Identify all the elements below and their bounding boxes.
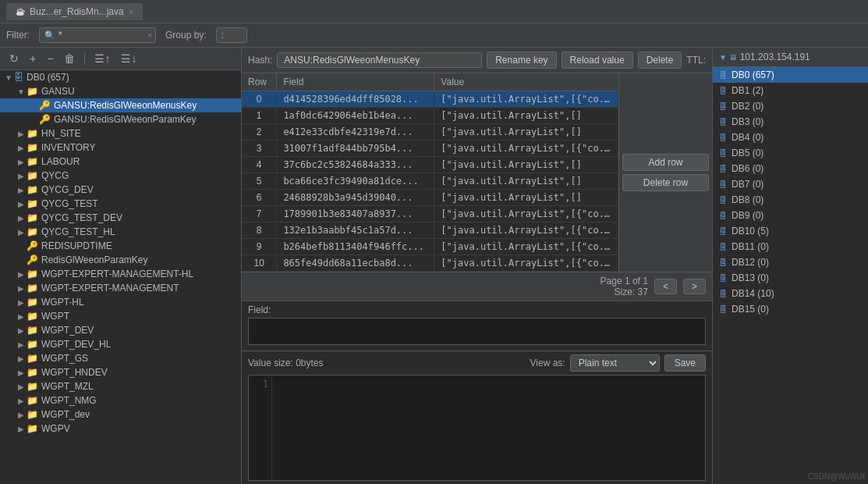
page-size: Size: 37: [601, 286, 648, 297]
tree-item-qycg-test-dev[interactable]: ▶ 📁 QYCG_TEST_DEV: [0, 211, 241, 225]
db-list-item-db5[interactable]: 🗄 DB5 (0): [713, 145, 868, 161]
table-row[interactable]: 6 24688928b3a945d39040... ["java.util.Ar…: [242, 190, 618, 206]
tree-item-label: GANSU: [41, 86, 75, 97]
tree-item-qycg-test-hl[interactable]: ▶ 📁 QYCG_TEST_HL: [0, 225, 241, 239]
table-row[interactable]: 1 1af0dc6429064eb1b4ea... ["java.util.Ar…: [242, 108, 618, 124]
tree-item-gansu[interactable]: ▼ 📁 GANSU: [0, 84, 241, 98]
table-row[interactable]: 7 1789901b3e83407a8937... ["java.util.Ar…: [242, 206, 618, 222]
tree-item-wgpt-expert-mgmt[interactable]: ▶ 📁 WGPT-EXPERT-MANAGEMENT: [0, 281, 241, 295]
db-list-item-db6[interactable]: 🗄 DB6 (0): [713, 161, 868, 176]
tree-item-gansu-menus[interactable]: 🔑 GANSU:RedisGlWeeonMenusKey: [0, 98, 241, 112]
tree-item-labour[interactable]: ▶ 📁 LABOUR: [0, 155, 241, 169]
tree-item-label: WGPT_dev: [41, 409, 90, 420]
tree-item-qycg-dev[interactable]: ▶ 📁 QYCG_DEV: [0, 183, 241, 197]
tree-item-wgpt-dev[interactable]: ▶ 📁 WGPT_DEV: [0, 323, 241, 337]
value-size-label: Value size: 0bytes: [248, 358, 324, 368]
refresh-button[interactable]: ↻: [6, 51, 22, 66]
filter-clear-button[interactable]: ×: [147, 30, 152, 40]
key-icon: 🔑: [39, 114, 51, 125]
db-list-icon: 🗄: [719, 102, 727, 111]
table-row[interactable]: 9 b264befb8113404f946ffc... ["java.util.…: [242, 239, 618, 255]
tree-item-wgpt-dev2[interactable]: ▶ 📁 WGPT_dev: [0, 407, 241, 422]
tree-item-gansu-param[interactable]: 🔑 GANSU:RedisGlWeeonParamKey: [0, 112, 241, 126]
tree-item-wgpt-hl[interactable]: ▶ 📁 WGPT-HL: [0, 295, 241, 309]
tree-item-wgpt-hndev[interactable]: ▶ 📁 WGPT_HNDEV: [0, 365, 241, 379]
sort-asc-button[interactable]: ☰↑: [91, 51, 113, 66]
db-list-item-db8[interactable]: 🗄 DB8 (0): [713, 192, 868, 208]
sort-desc-button[interactable]: ☰↓: [118, 51, 140, 66]
remove-key-button[interactable]: −: [44, 51, 56, 66]
close-tab-button[interactable]: ×: [129, 7, 133, 16]
db-list-item-db14[interactable]: 🗄 DB14 (10): [713, 286, 868, 301]
db-list-item-db3[interactable]: 🗄 DB3 (0): [713, 114, 868, 130]
reload-value-button[interactable]: Reload value: [562, 52, 633, 69]
tree-item-wgpt-mzl[interactable]: ▶ 📁 WGPT_MZL: [0, 379, 241, 393]
server-icon: ▼ 🖥: [719, 53, 737, 62]
tree-item-inventory[interactable]: ▶ 📁 INVENTORY: [0, 141, 241, 155]
db-list-item-db4[interactable]: 🗄 DB4 (0): [713, 130, 868, 145]
rename-key-button[interactable]: Rename key: [487, 52, 556, 69]
groupby-input[interactable]: [216, 27, 247, 43]
table-row[interactable]: 2 e412e33cdbfe42319e7d... ["java.util.Ar…: [242, 124, 618, 141]
cell-value: ["java.util.ArrayList",[]: [434, 173, 618, 190]
cell-row-num: 5: [242, 173, 277, 190]
tree-item-hn-site[interactable]: ▶ 📁 HN_SITE: [0, 126, 241, 141]
db-list-item-db10[interactable]: 🗄 DB10 (5): [713, 223, 868, 239]
filter-input-wrapper: 🔍 ×: [39, 27, 156, 43]
db-list-item-db2[interactable]: 🗄 DB2 (0): [713, 98, 868, 114]
tree-item-qycg-test[interactable]: ▶ 📁 QYCG_TEST: [0, 197, 241, 211]
tree-item-label: WGPT_HNDEV: [41, 367, 108, 378]
table-row[interactable]: 10 865fe49dd68a11ecba8d... ["java.util.A…: [242, 255, 618, 272]
db-list-item-db0[interactable]: 🗄 DB0 (657): [713, 67, 868, 83]
save-button[interactable]: Save: [664, 354, 706, 372]
filter-input[interactable]: [58, 30, 144, 41]
db-list-item-db9[interactable]: 🗄 DB9 (0): [713, 208, 868, 223]
add-key-button[interactable]: +: [27, 51, 39, 66]
delete-key-button[interactable]: 🗑: [61, 51, 78, 66]
table-row[interactable]: 3 31007f1adf844bb795b4... ["java.util.Ar…: [242, 141, 618, 157]
db-list-item-db13[interactable]: 🗄 DB13 (0): [713, 270, 868, 286]
tree-item-wgpt-nmg[interactable]: ▶ 📁 WGPT_NMG: [0, 393, 241, 407]
cell-field: d414528396ed4dff85028...: [277, 91, 434, 108]
db-list-item-db12[interactable]: 🗄 DB12 (0): [713, 254, 868, 270]
db-list-icon: 🗄: [719, 305, 727, 314]
title-tab[interactable]: ☕ Buz...er_RdisMn...java ×: [6, 3, 143, 20]
tree-item-redisgl-param[interactable]: 🔑 RedisGlWeeonParamKey: [0, 253, 241, 267]
tree-item-redisupdtime[interactable]: 🔑 REDISUPDTIME: [0, 239, 241, 253]
db-item-label: DB15 (0): [732, 304, 769, 315]
tree-chevron: ▶: [16, 200, 27, 208]
view-as-area: View as: Plain textJSONHexMsgPackDecompr…: [530, 354, 707, 372]
tree-item-label: WGPT-HL: [41, 297, 84, 308]
field-editor-textarea[interactable]: [248, 318, 706, 345]
view-as-select[interactable]: Plain textJSONHexMsgPackDecompressed: [570, 354, 660, 372]
tree-item-db0[interactable]: ▼ 🗄 DB0 (657): [0, 70, 241, 84]
tree-item-wgpt-dev-hl[interactable]: ▶ 📁 WGPT_DEV_HL: [0, 337, 241, 351]
table-row[interactable]: 0 d414528396ed4dff85028... ["java.util.A…: [242, 91, 618, 108]
folder-icon: 📁: [27, 128, 38, 139]
db-list-item-db11[interactable]: 🗄 DB11 (0): [713, 239, 868, 254]
tree-chevron: ▼: [3, 73, 14, 82]
left-sidebar: ↻ + − 🗑 ☰↑ ☰↓ ▼ 🗄 DB0 (657) ▼ 📁 GANSU 🔑 …: [0, 48, 242, 484]
delete-key-button[interactable]: Delete: [638, 52, 682, 69]
prev-page-button[interactable]: <: [654, 279, 677, 294]
tree-item-wgpt-gs[interactable]: ▶ 📁 WGPT_GS: [0, 351, 241, 365]
table-row[interactable]: 8 132e1b3aabbf45c1a57d... ["java.util.Ar…: [242, 222, 618, 239]
tree-item-qycg[interactable]: ▶ 📁 QYCG: [0, 169, 241, 183]
tree-item-wgpv[interactable]: ▶ 📁 WGPV: [0, 422, 241, 436]
db-list-item-db1[interactable]: 🗄 DB1 (2): [713, 83, 868, 98]
folder-icon: 📁: [27, 409, 38, 420]
table-row[interactable]: 5 bca66ce3fc39490a81dce... ["java.util.A…: [242, 173, 618, 190]
db-item-label: DB10 (5): [732, 226, 769, 237]
tree-item-label: WGPT_GS: [41, 353, 88, 364]
table-row[interactable]: 4 37c6bc2c53824684a333... ["java.util.Ar…: [242, 157, 618, 173]
folder-icon: 📁: [27, 212, 38, 223]
tree-item-wgpt-expert-mgmt-hl[interactable]: ▶ 📁 WGPT-EXPERT-MANAGEMENT-HL: [0, 267, 241, 281]
add-row-button[interactable]: Add row: [622, 154, 709, 171]
tree-item-label: WGPT_DEV: [41, 325, 94, 336]
tree-item-wgpt[interactable]: ▶ 📁 WGPT: [0, 309, 241, 323]
value-content-area[interactable]: [272, 375, 705, 480]
db-list-item-db7[interactable]: 🗄 DB7 (0): [713, 176, 868, 192]
next-page-button[interactable]: >: [683, 279, 706, 294]
db-list-item-db15[interactable]: 🗄 DB15 (0): [713, 301, 868, 317]
delete-row-button[interactable]: Delete row: [622, 174, 709, 191]
